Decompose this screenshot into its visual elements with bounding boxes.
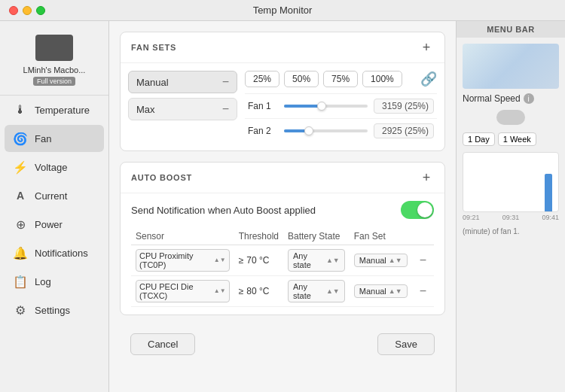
device-icon [35,35,73,61]
settings-icon: ⚙ [14,303,27,317]
row2-threshold: ≥ 80 °C [234,276,283,307]
fanset2-arrows: ▲▼ [389,287,402,295]
maximize-button[interactable] [36,6,45,15]
row2-sensor: CPU PECI Die (TCXC) ▲▼ [131,276,234,307]
1day-button[interactable]: 1 Day [463,132,495,146]
window-controls [9,6,45,15]
sidebar-item-label: Log [35,276,51,287]
sidebar-item-label: Power [35,219,63,230]
chart-label-2: 09:31 [502,214,520,221]
sidebar-item-notifications[interactable]: 🔔 Notifications [5,239,104,266]
cancel-button[interactable]: Cancel [130,333,195,355]
sensor2-value: CPU PECI Die (TCXC) [139,282,212,300]
row2-actions: − [412,276,434,307]
row1-sensor: CPU Proximity (TC0P) ▲▼ [131,245,234,276]
sidebar-item-power[interactable]: ⊕ Power [5,211,104,238]
dropdown-arrows: ▲▼ [214,288,226,294]
toggle-row [463,110,559,125]
speed-label: Normal Speed i [463,93,559,104]
fanset2-dropdown[interactable]: Manual ▲▼ [354,284,408,298]
sensor1-value: CPU Proximity (TC0P) [139,251,212,269]
row1-remove-button[interactable]: − [417,254,429,267]
fan1-label: Fan 1 [248,101,278,111]
sidebar-item-log[interactable]: 📋 Log [5,268,104,295]
window-title: Temp Monitor [253,5,313,16]
log-icon: 📋 [14,275,27,288]
sidebar-item-fan[interactable]: 🌀 Fan [5,125,104,152]
sidebar-item-temperature[interactable]: 🌡 Temperature [5,96,104,123]
sensor2-dropdown[interactable]: CPU PECI Die (TCXC) ▲▼ [136,280,230,302]
device-badge: Full version [33,77,75,86]
notification-toggle[interactable] [401,201,434,219]
close-button[interactable] [9,6,18,15]
fan2-thumb[interactable] [304,126,313,135]
fan1-slider[interactable] [284,105,368,108]
sidebar-item-settings[interactable]: ⚙ Settings [5,296,104,324]
row2-remove-button[interactable]: − [417,284,429,298]
fan-set-remove-button[interactable]: − [222,75,229,89]
link-button[interactable]: 🔗 [420,71,437,87]
sidebar-item-current[interactable]: A Current [5,182,104,209]
fan1-fill [284,105,322,108]
auto-boost-add-button[interactable]: + [419,170,434,185]
device-name: LMinh's Macbo... [23,65,86,74]
chart-labels: 09:21 09:31 09:41 [463,214,559,221]
sidebar-item-label: Notifications [35,248,88,259]
fan1-row: Fan 1 3159 (25%) [245,93,437,118]
auto-boost-section: AUTO BOOST + Send Notification when Auto… [120,162,445,315]
auto-boost-body: Send Notification when Auto Boost applie… [121,193,444,315]
preset-75-button[interactable]: 75% [323,71,358,87]
fan-sets-list: Manual − Max − [128,71,237,143]
voltage-icon: ⚡ [14,160,27,174]
fan-sets-add-button[interactable]: + [419,40,434,55]
sidebar-item-label: Fan [35,133,51,144]
battery2-arrows: ▲▼ [326,287,340,295]
fan-set-item-max[interactable]: Max − [128,98,237,120]
1week-button[interactable]: 1 Week [498,132,536,146]
minimize-button[interactable] [23,6,32,15]
fanset2-value: Manual [359,287,386,296]
battery1-dropdown[interactable]: Any state ▲▼ [288,249,345,272]
fanset1-dropdown[interactable]: Manual ▲▼ [354,254,408,267]
sidebar: LMinh's Macbo... Full version 🌡 Temperat… [0,21,109,392]
battery1-value: Any state [293,251,324,269]
auto-boost-title: AUTO BOOST [131,173,192,182]
menu-bar-label: MENU BAR [457,21,565,38]
fan-set-item-manual[interactable]: Manual − [128,71,237,93]
col-actions [412,228,434,245]
preset-100-button[interactable]: 100% [362,71,402,87]
main-layout: LMinh's Macbo... Full version 🌡 Temperat… [0,21,565,392]
threshold1-cell: ≥ 70 °C [239,255,279,266]
auto-boost-header: AUTO BOOST + [121,163,444,193]
fan1-value: 3159 (25%) [374,99,434,114]
sidebar-item-voltage[interactable]: ⚡ Voltage [5,153,104,181]
chart-label-1: 09:21 [463,214,480,221]
info-icon[interactable]: i [524,93,534,104]
right-panel: MENU BAR Normal Speed i 1 Day 1 Week 09:… [456,21,565,392]
preset-50-button[interactable]: 50% [284,71,319,87]
notifications-icon: 🔔 [14,246,27,260]
time-buttons: 1 Day 1 Week [463,132,559,146]
fan2-slider[interactable] [284,129,368,132]
fan-set-name: Manual [136,77,169,88]
preset-25-button[interactable]: 25% [245,71,279,87]
toggle-thumb [417,202,432,217]
fan1-thumb[interactable] [317,102,326,111]
save-button[interactable]: Save [377,333,435,355]
table-row: CPU Proximity (TC0P) ▲▼ ≥ 70 °C [131,245,434,276]
chart-area [463,152,559,212]
speed-toggle[interactable] [496,110,525,125]
sidebar-item-label: Settings [35,305,70,316]
col-battery-state: Battery State [283,228,350,245]
fan-set-remove-button[interactable]: − [222,102,229,116]
fan2-row: Fan 2 2925 (25%) [245,118,437,143]
fan-controls: 25% 50% 75% 100% 🔗 Fan 1 3159 (25%) [245,71,437,143]
device-info: LMinh's Macbo... Full version [0,29,108,96]
fan-info-text: (minute) of fan 1. [463,227,559,236]
current-icon: A [14,189,27,202]
table-row: CPU PECI Die (TCXC) ▲▼ ≥ 80 °C [131,276,434,307]
sensor1-dropdown[interactable]: CPU Proximity (TC0P) ▲▼ [136,249,230,272]
chart-label-3: 09:41 [542,214,559,221]
temperature-icon: 🌡 [14,103,27,117]
battery2-dropdown[interactable]: Any state ▲▼ [288,280,345,302]
